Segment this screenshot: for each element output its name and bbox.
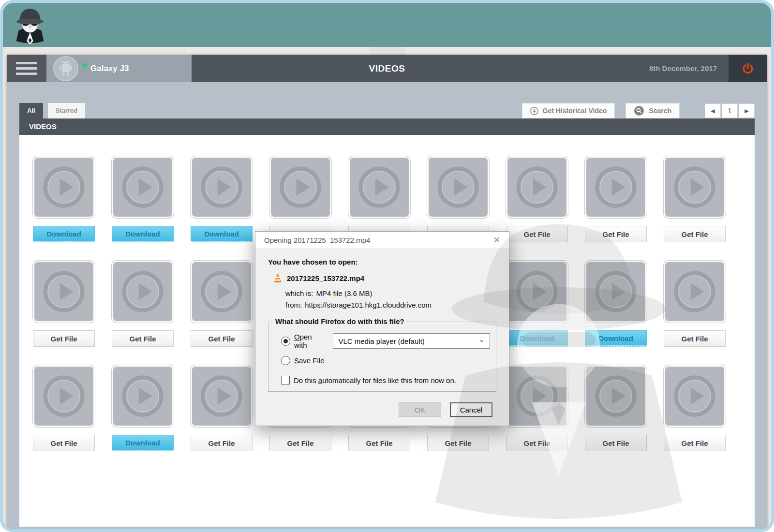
video-cell: Get File — [269, 156, 331, 242]
section-header: VIDEOS — [19, 118, 755, 135]
video-action-button[interactable]: Get File — [585, 435, 647, 451]
video-action-button[interactable]: Get File — [191, 330, 253, 347]
play-icon — [512, 162, 562, 212]
video-thumbnail[interactable] — [585, 365, 647, 427]
video-cell: Get File — [427, 156, 489, 242]
select-value: VLC media player (default) — [338, 337, 424, 345]
video-thumbnail[interactable] — [664, 365, 726, 427]
toolbar: All Starred Get Historical Video — [19, 99, 755, 118]
video-cell: Get File — [585, 156, 647, 242]
video-action-button[interactable]: Download — [191, 226, 253, 242]
video-cell: Download — [585, 261, 647, 347]
video-action-button[interactable]: Get File — [506, 435, 568, 451]
video-thumbnail[interactable] — [191, 365, 253, 427]
video-action-button[interactable]: Get File — [112, 330, 174, 347]
logout-button[interactable] — [729, 55, 767, 82]
android-avatar-icon — [53, 56, 78, 81]
video-action-button[interactable]: Get File — [33, 330, 95, 347]
video-thumbnail[interactable] — [506, 156, 568, 218]
video-thumbnail[interactable] — [348, 156, 410, 218]
get-historical-video-button[interactable]: Get Historical Video — [522, 103, 615, 118]
save-file-radio[interactable] — [281, 356, 290, 365]
chosen-text: You have chosen to open: — [268, 258, 499, 266]
video-cell: Get File — [112, 261, 174, 347]
power-icon — [742, 62, 754, 75]
video-action-button[interactable]: Download — [33, 226, 95, 242]
tab-all[interactable]: All — [19, 103, 43, 118]
video-action-button[interactable]: Get File — [191, 435, 253, 451]
app-header: Galaxy J3 VIDEOS 8th December, 2017 — [7, 55, 767, 82]
video-thumbnail[interactable] — [112, 156, 174, 218]
ok-button[interactable]: OK — [399, 402, 441, 417]
video-action-button[interactable]: Download — [585, 330, 647, 347]
video-thumbnail[interactable] — [664, 261, 726, 323]
tab-starred[interactable]: Starred — [48, 103, 86, 118]
spy-logo-icon — [10, 5, 50, 46]
video-action-button[interactable]: Download — [112, 226, 174, 242]
play-icon — [591, 371, 641, 421]
search-button[interactable]: Search — [625, 103, 680, 118]
video-thumbnail[interactable] — [506, 365, 568, 427]
file-source-row: from:https://storage101.hkg1.clouddrive.… — [285, 301, 499, 309]
video-action-button[interactable]: Get File — [269, 435, 331, 451]
save-file-label: Save File — [294, 356, 325, 365]
open-with-radio[interactable] — [281, 337, 290, 346]
video-cell: Download — [112, 156, 174, 242]
section-title: VIDEOS — [29, 122, 57, 131]
open-with-select[interactable]: VLC media player (default) ⌄ — [333, 333, 490, 349]
open-with-label: Open with — [294, 333, 326, 349]
video-action-button[interactable]: Get File — [427, 435, 489, 451]
device-info[interactable]: Galaxy J3 — [46, 55, 192, 82]
video-cell: Get File — [664, 365, 726, 451]
video-cell: Get File — [33, 365, 95, 451]
dialog-body: You have chosen to open: 20171225_153722… — [255, 248, 509, 417]
do-automatically-checkbox[interactable] — [281, 376, 290, 384]
video-thumbnail[interactable] — [585, 261, 647, 323]
video-action-button[interactable]: Get File — [664, 435, 726, 451]
video-action-button[interactable]: Get File — [33, 435, 95, 451]
video-action-button[interactable]: Download — [112, 435, 174, 451]
play-icon — [670, 266, 720, 317]
play-icon — [39, 371, 89, 421]
play-icon — [196, 266, 247, 317]
play-icon — [512, 371, 562, 421]
video-thumbnail[interactable] — [191, 261, 253, 323]
video-thumbnail[interactable] — [664, 156, 726, 218]
play-icon — [118, 162, 168, 212]
video-cell: Get File — [664, 156, 726, 242]
video-thumbnail[interactable] — [191, 156, 253, 218]
video-thumbnail[interactable] — [33, 261, 95, 323]
video-thumbnail[interactable] — [112, 365, 174, 427]
next-page-button[interactable]: ▶ — [739, 103, 755, 118]
video-action-button[interactable]: Get File — [664, 330, 726, 347]
video-action-button[interactable]: Download — [506, 330, 568, 347]
video-cell: Get File — [191, 261, 253, 347]
prev-page-button[interactable]: ◀ — [705, 103, 721, 118]
video-action-button[interactable]: Get File — [585, 226, 647, 242]
do-automatically-label: Do this automatically for files like thi… — [294, 376, 456, 384]
play-icon — [591, 162, 641, 212]
video-action-button[interactable]: Get File — [664, 226, 726, 242]
video-action-button[interactable]: Get File — [506, 226, 568, 242]
device-name: Galaxy J3 — [90, 64, 129, 74]
cancel-button[interactable]: Cancel — [450, 402, 492, 417]
close-icon[interactable]: ✕ — [491, 235, 503, 245]
video-cell: Get File — [506, 156, 568, 242]
video-thumbnail[interactable] — [427, 156, 489, 218]
play-icon — [275, 162, 326, 212]
video-thumbnail[interactable] — [33, 365, 95, 427]
pagination: ◀ 1 ▶ — [705, 103, 755, 118]
video-thumbnail[interactable] — [585, 156, 647, 218]
play-icon — [118, 371, 168, 421]
video-cell: Download — [112, 365, 174, 451]
play-icon — [433, 162, 483, 212]
video-thumbnail[interactable] — [112, 261, 174, 323]
video-thumbnail[interactable] — [33, 156, 95, 218]
video-cell: Get File — [585, 365, 647, 451]
video-action-button[interactable]: Get File — [348, 435, 410, 451]
video-thumbnail[interactable] — [506, 261, 568, 323]
menu-button[interactable] — [7, 55, 46, 82]
online-status-dot — [82, 63, 87, 68]
video-cell: Download — [506, 261, 568, 347]
video-thumbnail[interactable] — [269, 156, 331, 218]
